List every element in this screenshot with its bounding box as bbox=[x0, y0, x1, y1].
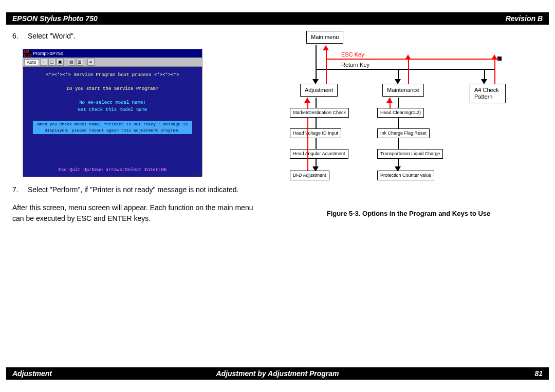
return-key-label: Return Key bbox=[341, 62, 369, 68]
node-transport: Transportation Liquid Charge bbox=[377, 149, 443, 159]
step-7-num: 7. bbox=[12, 184, 26, 195]
dos-line3a: No Re-select model name! bbox=[26, 100, 199, 107]
footer-page: 81 bbox=[534, 369, 543, 378]
node-market-dest: Market/Destination Check bbox=[290, 108, 349, 118]
footer-center: Adjustment by Adjustment Program bbox=[216, 369, 339, 378]
step-6-num: 6. bbox=[12, 31, 26, 42]
footer-bar: Adjustment Adjustment by Adjustment Prog… bbox=[6, 367, 549, 380]
dos-toolbar: Auto ▫ ▢ ▣ ▤ ▥ A bbox=[23, 58, 202, 67]
node-main-menu: Main menu bbox=[306, 31, 343, 44]
node-head-clean: Head CleaningCL2) bbox=[377, 108, 424, 118]
node-adjustment: Adjustment bbox=[300, 84, 338, 97]
header-revision: Revision B bbox=[506, 14, 543, 23]
dos-toolbar-btn: ▢ bbox=[48, 59, 55, 66]
dos-auto: Auto bbox=[24, 59, 39, 65]
esc-key-label: ESC Key bbox=[341, 51, 364, 58]
header-bar: EPSON Stylus Photo 750 Revision B bbox=[6, 12, 549, 25]
dos-line3b: Get Check this model name bbox=[26, 107, 199, 114]
node-ink-charge: Ink Charge Flag Reset bbox=[377, 128, 430, 138]
dos-line2: Do you start the Service Program? bbox=[26, 86, 199, 93]
node-bid: Bi-D Adjustment bbox=[290, 171, 329, 180]
step-7: 7. Select "Perform", if "Printer is not … bbox=[12, 184, 259, 195]
node-maintenance: Maintenance bbox=[382, 84, 424, 97]
adj3-label: adj3 bbox=[193, 172, 201, 177]
step-7-text: Select "Perform", if "Printer is not rea… bbox=[28, 185, 239, 194]
dos-toolbar-btn: ▤ bbox=[68, 59, 75, 66]
header-title: EPSON Stylus Photo 750 bbox=[12, 14, 98, 23]
dos-toolbar-btn-a: A bbox=[87, 59, 95, 66]
node-head-angular: Head Angular Adjustment bbox=[290, 149, 348, 159]
dos-line4: When you check model name, "Printer is n… bbox=[33, 121, 192, 134]
left-column: 6. Select "World". MS-DOS Prompt-SP750 A… bbox=[12, 31, 259, 361]
dos-body: <*><*><*> Service Program boot process <… bbox=[23, 67, 202, 177]
footer-left: Adjustment bbox=[12, 369, 52, 378]
node-head-voltage: Head Voltage ID Input bbox=[290, 128, 341, 138]
dos-line1: <*><*><*> Service Program boot process <… bbox=[26, 72, 199, 79]
flow-diagram: Main menu ESC Key Return Key Adjustment … bbox=[274, 31, 521, 206]
dos-toolbar-btn: ▣ bbox=[57, 59, 64, 66]
dos-toolbar-btn: ▥ bbox=[76, 59, 83, 66]
figure-caption: Figure 5-3. Options in the Program and K… bbox=[274, 210, 543, 217]
node-a4-check: A4 Check Pattern bbox=[470, 84, 506, 103]
step-6-text: Select "World". bbox=[28, 32, 76, 40]
content: 6. Select "World". MS-DOS Prompt-SP750 A… bbox=[12, 31, 543, 361]
dos-title: Prompt-SP750 bbox=[33, 51, 63, 56]
dos-titlebar: MS-DOS Prompt-SP750 bbox=[23, 49, 202, 58]
node-protection: Protection Counter value bbox=[377, 171, 434, 180]
dos-toolbar-btn: ▫ bbox=[40, 59, 47, 66]
dos-screenshot: MS-DOS Prompt-SP750 Auto ▫ ▢ ▣ ▤ ▥ A <*>… bbox=[23, 49, 202, 176]
step-6: 6. Select "World". bbox=[12, 31, 259, 42]
dos-line5: Esc:Quit Up/Down arrows:Select Enter:OK bbox=[23, 167, 202, 174]
right-column: Main menu ESC Key Return Key Adjustment … bbox=[274, 31, 543, 361]
msdos-icon: MS-DOS bbox=[24, 50, 31, 57]
para-after: After this screen, menu screen will appe… bbox=[12, 202, 259, 224]
